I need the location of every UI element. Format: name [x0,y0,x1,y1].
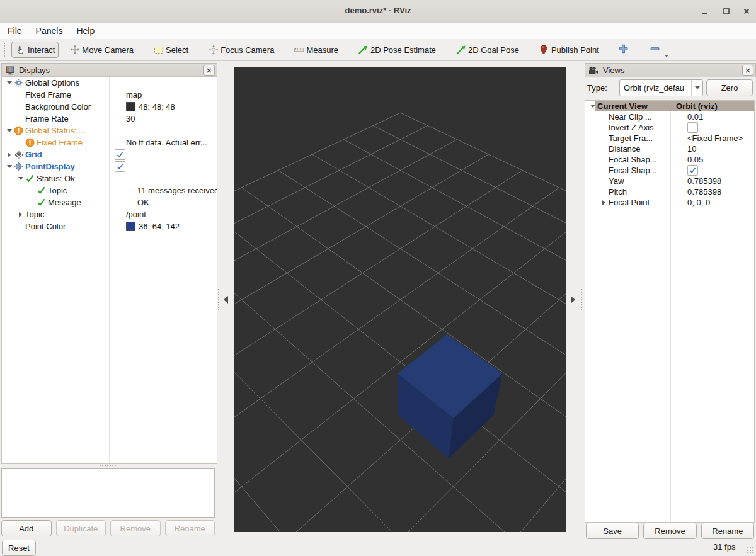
property-value[interactable]: 0.785398 [684,187,754,196]
expand-arrow-right-icon[interactable] [4,152,14,157]
views-rename-button[interactable]: Rename [701,523,754,539]
collapse-left-panel-icon[interactable] [224,296,228,304]
property-value[interactable] [684,165,754,176]
displays-panel-header[interactable]: Displays [1,63,217,77]
displays-splitter-handle-icon[interactable] [100,465,116,467]
property-value-text: 0; 0; 0 [687,198,710,207]
property-value[interactable]: 30 [123,114,217,123]
property-row-topic[interactable]: Topic11 messages received [2,184,217,196]
property-value[interactable] [112,149,217,160]
render-viewport[interactable] [234,67,566,532]
zero-button[interactable]: Zero [706,79,753,96]
property-value[interactable]: Orbit (rviz) [673,101,754,111]
menu-file[interactable]: File [1,24,28,38]
displays-rename-button[interactable]: Rename [165,520,215,536]
checkbox-checked[interactable] [115,149,125,160]
scene-canvas[interactable] [234,67,566,532]
property-value[interactable]: 48; 48; 48 [123,102,217,111]
expand-arrow-down-icon[interactable] [4,80,14,86]
expand-arrow-down-icon[interactable] [4,164,14,169]
maximize-button[interactable] [718,4,735,18]
property-row-frame-rate[interactable]: Frame Rate30 [2,113,217,125]
tool-select[interactable]: Select [150,42,192,57]
tool-2d-pose-estimate[interactable]: 2D Pose Estimate [355,42,439,57]
property-value[interactable]: 11 messages received [134,186,217,195]
property-value[interactable]: OK [134,198,217,207]
property-row-pointdisplay[interactable]: PointDisplay [2,161,217,173]
property-row-status-ok[interactable]: Status: Ok [2,173,217,184]
property-row-near-clip[interactable]: Near Clip ...0.01 [585,111,754,122]
property-value[interactable]: 36; 64; 142 [123,222,217,231]
property-value[interactable]: 0.01 [684,112,754,122]
property-value[interactable] [112,161,217,172]
displays-close-icon[interactable] [203,65,215,76]
property-row-current-view[interactable]: Current ViewOrbit (rviz) [585,101,754,111]
property-value[interactable]: No tf data. Actual err... [123,138,217,147]
checkbox-checked[interactable] [115,161,125,172]
title-bar[interactable]: demo.rviz* - RViz [0,0,756,23]
color-swatch[interactable] [126,222,135,231]
displays-remove-button[interactable]: Remove [110,520,161,536]
close-button[interactable] [738,4,755,18]
property-row-point-color[interactable]: Point Color36; 64; 142 [2,220,217,232]
property-value[interactable]: /point [123,210,217,219]
property-row-global-options[interactable]: Global Options [2,77,217,89]
expand-arrow-down-icon[interactable] [4,128,14,133]
views-panel-header[interactable]: Views [585,63,756,77]
property-value[interactable] [684,122,754,133]
color-swatch[interactable] [126,102,135,111]
collapse-right-panel-icon[interactable] [571,296,575,304]
menu-panels[interactable]: Panels [30,24,69,38]
property-value[interactable]: 0; 0; 0 [684,198,754,207]
toolbar-drag-handle-icon[interactable] [4,43,8,57]
add-tool-button[interactable] [616,42,632,58]
views-close-icon[interactable] [742,65,753,76]
reset-button[interactable]: Reset [2,540,36,556]
displays-duplicate-button[interactable]: Duplicate [56,520,106,536]
expand-arrow-right-icon[interactable] [599,200,609,205]
property-value[interactable]: 0.05 [684,155,754,164]
property-row-distance[interactable]: Distance10 [585,144,754,154]
property-value[interactable]: 10 [684,144,754,154]
property-row-global-status[interactable]: Global Status: ... [2,125,217,137]
property-row-fixed-frame[interactable]: Fixed Framemap [2,89,217,101]
tool-publish-point[interactable]: Publish Point [536,42,602,57]
views-remove-button[interactable]: Remove [643,523,696,539]
minimize-button[interactable] [697,4,713,18]
property-row-yaw[interactable]: Yaw0.785398 [585,176,754,186]
remove-tool-button[interactable] [647,42,663,58]
display-description-box [1,468,215,518]
displays-add-button[interactable]: Add [1,520,52,536]
expand-arrow-down-icon[interactable] [588,103,597,109]
checkbox-unchecked[interactable] [687,122,698,133]
left-splitter-handle-icon[interactable] [218,289,220,310]
property-row-background-color[interactable]: Background Color48; 48; 48 [2,101,217,113]
property-row-target-fra[interactable]: Target Fra...<Fixed Frame> [585,133,754,144]
property-row-fixed-frame[interactable]: Fixed FrameNo tf data. Actual err... [2,137,217,149]
property-row-pitch[interactable]: Pitch0.785398 [585,186,754,197]
property-value[interactable]: map [123,90,217,99]
tool-interact[interactable]: Interact [11,42,59,58]
property-row-focal-shap[interactable]: Focal Shap...0.05 [585,154,754,165]
property-row-topic[interactable]: Topic/point [2,208,217,220]
right-splitter-handle-icon[interactable] [581,289,583,310]
expand-arrow-down-icon[interactable] [16,176,25,181]
property-row-message[interactable]: MessageOK [2,196,217,208]
property-value[interactable]: <Fixed Frame> [684,133,754,143]
property-row-invert-z-axis[interactable]: Invert Z Axis [585,122,754,133]
resize-grip-icon[interactable] [747,547,754,554]
expand-arrow-right-icon[interactable] [16,212,25,217]
tool-measure[interactable]: Measure [290,42,341,57]
view-type-combobox[interactable]: Orbit (rviz_defau [619,79,703,96]
tool-2d-goal-pose[interactable]: 2D Goal Pose [452,42,522,57]
menu-help[interactable]: Help [70,24,101,38]
tool-options-caret-icon[interactable] [665,55,668,57]
checkbox-checked[interactable] [687,165,698,176]
tool-focus-camera[interactable]: Focus Camera [205,42,277,57]
property-value[interactable]: 0.785398 [684,176,754,186]
property-row-grid[interactable]: Grid [2,149,217,161]
tool-move-camera[interactable]: Move Camera [66,42,137,57]
property-row-focal-shap[interactable]: Focal Shap... [585,165,754,176]
property-row-focal-point[interactable]: Focal Point0; 0; 0 [585,197,754,208]
views-save-button[interactable]: Save [586,523,639,539]
